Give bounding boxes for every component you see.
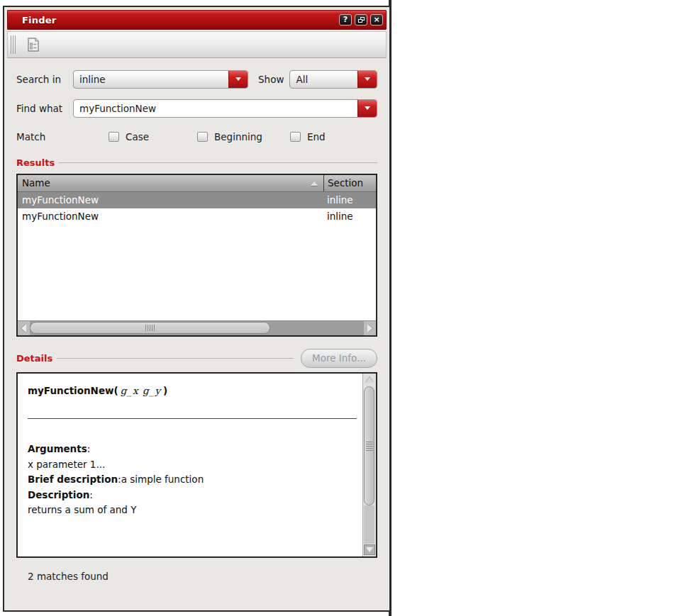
detail-line: Description: xyxy=(28,488,357,503)
find-what-row: Find what myFunctionNew xyxy=(16,99,377,118)
details-content: myFunctionNew(g_x g_y) Arguments: x para… xyxy=(18,374,362,556)
grip-icon xyxy=(366,442,373,451)
arrow-left-icon xyxy=(21,324,26,332)
restore-button[interactable] xyxy=(355,14,367,26)
horizontal-scroll-track[interactable] xyxy=(30,321,364,335)
details-divider xyxy=(57,358,294,359)
detail-line: returns a sum of and Y xyxy=(28,503,357,518)
column-header-name[interactable]: Name xyxy=(18,175,323,191)
finder-window: Finder ? × xyxy=(3,6,391,612)
search-in-label: Search in xyxy=(16,74,73,85)
results-label: Results xyxy=(16,157,55,168)
content-area: Search in inline Show All Find what xyxy=(6,69,387,582)
properties-button[interactable] xyxy=(24,35,43,54)
search-row: Search in inline Show All xyxy=(16,69,377,89)
match-end-group: End xyxy=(290,131,326,142)
column-header-section[interactable]: Section xyxy=(323,175,376,191)
table-row[interactable]: myFunctionNew inline xyxy=(18,208,376,225)
vertical-scroll-track[interactable] xyxy=(364,505,374,544)
details-panel: myFunctionNew(g_x g_y) Arguments: x para… xyxy=(16,372,377,558)
show-value: All xyxy=(290,71,357,88)
description-lines: Arguments: x parameter 1... Brief descri… xyxy=(28,442,357,518)
show-label: Show xyxy=(258,74,284,85)
close-button[interactable]: × xyxy=(370,14,383,26)
find-what-value: myFunctionNew xyxy=(74,100,357,117)
match-row: Match Case Beginning End xyxy=(16,130,377,143)
results-divider xyxy=(59,162,377,163)
match-label: Match xyxy=(16,131,109,142)
match-beginning-checkbox[interactable] xyxy=(197,132,208,142)
status-text: 2 matches found xyxy=(28,571,109,582)
toolbar xyxy=(7,31,387,58)
show-dropdown-button[interactable] xyxy=(357,71,377,88)
titlebar[interactable]: Finder ? × xyxy=(7,10,387,30)
detail-line: x parameter 1... xyxy=(28,457,357,473)
search-in-combobox[interactable]: inline xyxy=(73,70,248,89)
results-table-header: Name Section xyxy=(18,175,376,192)
function-signature: myFunctionNew(g_x g_y) xyxy=(28,385,357,396)
window-title: Finder xyxy=(8,15,339,26)
scroll-right-button[interactable] xyxy=(364,321,376,335)
find-what-combobox[interactable]: myFunctionNew xyxy=(73,99,377,118)
results-group-header: Results xyxy=(16,157,377,168)
find-what-label: Find what xyxy=(16,103,73,114)
detail-line: Brief description:a simple function xyxy=(28,472,357,488)
show-combobox[interactable]: All xyxy=(289,70,377,89)
grip-icon xyxy=(145,325,155,331)
find-what-dropdown-button[interactable] xyxy=(357,100,377,117)
horizontal-scrollbar[interactable] xyxy=(18,320,376,335)
help-icon: ? xyxy=(343,15,348,25)
arrow-right-icon xyxy=(367,324,372,332)
toolbar-drag-handle[interactable] xyxy=(11,35,17,54)
details-group-header: Details More Info... xyxy=(16,348,377,368)
search-in-dropdown-button[interactable] xyxy=(228,71,248,88)
more-info-button[interactable]: More Info... xyxy=(301,349,377,368)
search-in-value: inline xyxy=(74,71,228,88)
document-icon xyxy=(26,37,40,52)
horizontal-scroll-thumb[interactable] xyxy=(30,322,270,334)
match-case-checkbox[interactable] xyxy=(109,132,119,142)
match-beginning-label: Beginning xyxy=(214,131,262,142)
vertical-scroll-thumb[interactable] xyxy=(364,386,374,505)
chevron-down-icon xyxy=(235,77,241,81)
close-icon: × xyxy=(373,15,379,25)
details-label: Details xyxy=(16,353,52,364)
table-row[interactable]: myFunctionNew inline xyxy=(18,192,376,208)
vertical-scrollbar[interactable] xyxy=(362,374,376,556)
chevron-down-icon xyxy=(365,106,370,110)
chevron-down-icon xyxy=(365,77,370,81)
arrow-up-icon xyxy=(365,377,374,383)
status-bar: 2 matches found xyxy=(16,571,377,582)
match-beginning-group: Beginning xyxy=(197,131,290,142)
signature-divider xyxy=(28,418,357,419)
screen: Finder ? × xyxy=(0,0,683,616)
arrow-down-icon xyxy=(366,547,373,552)
results-table: Name Section myFunctionNew inline myFunc… xyxy=(16,174,377,337)
match-case-group: Case xyxy=(109,131,197,142)
scroll-down-button[interactable] xyxy=(364,544,375,555)
restore-icon xyxy=(358,17,365,23)
match-case-label: Case xyxy=(126,131,149,142)
match-end-checkbox[interactable] xyxy=(290,132,301,142)
scroll-up-button[interactable] xyxy=(364,375,375,385)
match-end-label: End xyxy=(307,131,326,142)
help-button[interactable]: ? xyxy=(339,14,352,26)
scroll-left-button[interactable] xyxy=(18,321,30,335)
sort-ascending-icon xyxy=(311,181,318,186)
detail-line: Arguments: xyxy=(28,442,357,457)
